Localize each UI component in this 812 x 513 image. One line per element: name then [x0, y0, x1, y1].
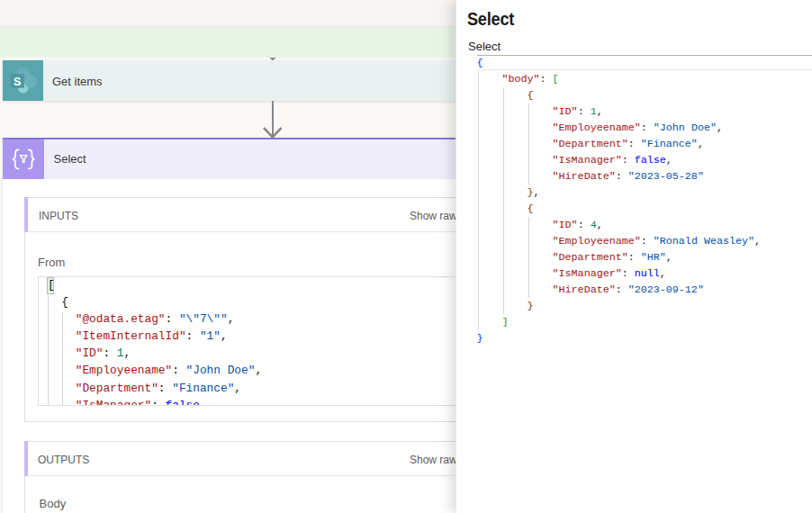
svg-text:S: S	[14, 76, 21, 88]
